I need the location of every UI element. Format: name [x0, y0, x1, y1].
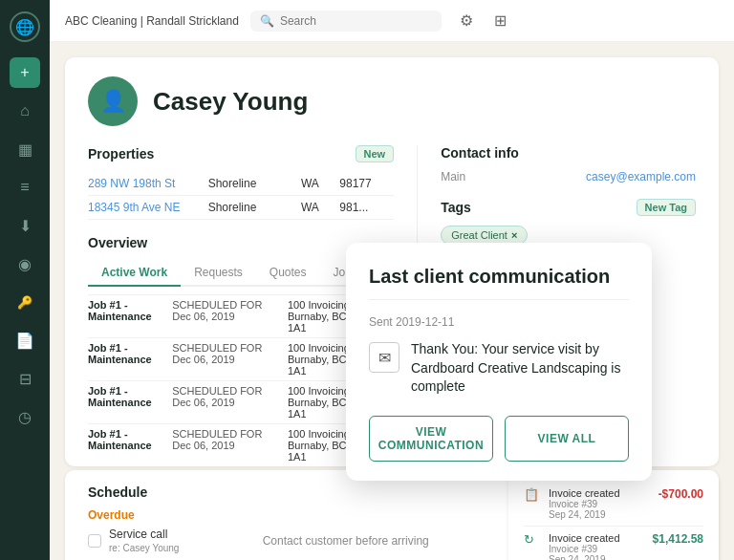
clock-icon: ◷ [18, 408, 32, 426]
property-address[interactable]: 18345 9th Ave NE [88, 201, 197, 214]
invoice-icon-2: ↻ [524, 532, 541, 549]
property-row: 289 NW 198th St Shoreline WA 98177 [88, 172, 394, 196]
new-tag-button[interactable]: New Tag [637, 199, 696, 216]
invoice-sub-2: Invoice #39Sep 24, 2019 [549, 544, 645, 560]
topbar-brand: ABC Cleaning | Randall Strickland [65, 14, 239, 28]
tag-chip: Great Client × [441, 226, 528, 245]
sidebar-item-download[interactable]: ⬇ [10, 210, 40, 241]
properties-section: Properties New 289 NW 198th St Shoreline… [88, 145, 394, 220]
search-bar[interactable]: 🔍 [250, 11, 442, 32]
search-input[interactable] [280, 14, 432, 28]
box-icon: ⊟ [19, 370, 32, 388]
property-city: Shoreline [208, 177, 290, 190]
popup-message: ✉ Thank You: Your service visit by Cardb… [369, 340, 629, 397]
properties-badge[interactable]: New [356, 145, 395, 162]
topbar: ABC Cleaning | Randall Strickland 🔍 ⚙ ⊞ [50, 0, 734, 42]
schedule-checkbox[interactable] [88, 534, 101, 548]
contact-info-label: Contact info [441, 145, 519, 161]
property-state: WA [301, 177, 328, 190]
popup-title: Last client communication [369, 266, 629, 288]
invoice-label-2: Invoice created [549, 532, 645, 544]
key-icon: 🔑 [17, 295, 32, 310]
person-icon: 👤 [100, 89, 126, 114]
sidebar-item-box[interactable]: ⊟ [10, 363, 40, 394]
contact-info-section: Contact info Main casey@example.com [441, 145, 696, 183]
grid-button[interactable]: ⊞ [487, 8, 514, 34]
email-icon: ✉ [369, 342, 399, 373]
popup-sent-date: Sent 2019-12-11 [369, 315, 629, 329]
property-address[interactable]: 289 NW 198th St [88, 177, 197, 190]
invoice-amount-1: -$700.00 [658, 487, 703, 501]
tags-header: Tags New Tag [441, 199, 696, 216]
sidebar-item-clock[interactable]: ◷ [10, 401, 40, 432]
list-icon: ≡ [20, 179, 29, 196]
sidebar-item-key[interactable]: 🔑 [10, 287, 40, 317]
popup-buttons: VIEW COMMUNICATION VIEW ALL [369, 416, 629, 462]
download-icon: ⬇ [19, 217, 32, 235]
sidebar-item-home[interactable]: ⌂ [10, 96, 40, 126]
invoice-row-2: ↻ Invoice created Invoice #39Sep 24, 201… [524, 527, 703, 560]
sidebar-item-doc[interactable]: 📄 [10, 325, 40, 355]
invoice-icon-1: 📋 [524, 487, 541, 505]
calendar-icon: ▦ [18, 140, 32, 159]
tag-remove-button[interactable]: × [511, 229, 517, 241]
property-city: Shoreline [208, 201, 290, 214]
overview-label: Overview [88, 235, 147, 250]
topbar-actions: ⚙ ⊞ [453, 8, 514, 34]
sidebar-item-search[interactable]: ◉ [10, 248, 40, 279]
search-icon: 🔍 [260, 14, 274, 28]
popup-divider [369, 299, 629, 300]
property-state: WA [301, 201, 328, 214]
invoice-label-1: Invoice created [549, 487, 651, 499]
grid-icon: ⊞ [494, 11, 507, 30]
doc-icon: 📄 [15, 332, 34, 350]
view-communication-button[interactable]: VIEW COMMUNICATION [369, 416, 493, 462]
avatar: 👤 [88, 76, 138, 126]
tags-section: Tags New Tag Great Client × [441, 199, 696, 245]
properties-header: Properties New [88, 145, 394, 162]
communication-popup: Last client communication Sent 2019-12-1… [346, 243, 652, 481]
contact-main-label: Main [441, 170, 465, 183]
sidebar-logo[interactable]: 🌐 [10, 11, 40, 42]
schedule-job: Service callre: Casey Young [109, 528, 255, 554]
sidebar-item-list[interactable]: ≡ [10, 172, 40, 203]
add-icon: + [20, 64, 29, 81]
invoice-panel: 📋 Invoice created Invoice #39Sep 24, 201… [508, 470, 719, 560]
invoice-info-2: Invoice created Invoice #39Sep 24, 2019 [549, 532, 645, 560]
popup-message-text: Thank You: Your service visit by Cardboa… [411, 340, 629, 397]
home-icon: ⌂ [20, 102, 30, 119]
tag-label: Great Client [451, 229, 507, 241]
sidebar: 🌐 + ⌂ ▦ ≡ ⬇ ◉ 🔑 📄 ⊟ ◷ [0, 0, 50, 560]
schedule-note: Contact customer before arriving [263, 534, 506, 548]
client-header: 👤 Casey Young [88, 76, 696, 126]
settings-icon: ⚙ [460, 11, 473, 30]
sidebar-item-calendar[interactable]: ▦ [10, 134, 40, 164]
property-zip: 98177 [339, 177, 394, 190]
tab-active-work[interactable]: Active Work [88, 260, 181, 287]
invoice-sub-1: Invoice #39Sep 24, 2019 [549, 499, 651, 520]
sidebar-item-add[interactable]: + [10, 57, 40, 88]
property-row: 18345 9th Ave NE Shoreline WA 981... [88, 196, 394, 220]
client-name: Casey Young [153, 87, 308, 117]
settings-button[interactable]: ⚙ [453, 8, 480, 34]
tab-requests[interactable]: Requests [181, 260, 256, 287]
invoice-amount-2: $1,412.58 [653, 532, 703, 546]
properties-title: Properties [88, 146, 154, 162]
contact-main-row: Main casey@example.com [441, 170, 696, 183]
search-circle-icon: ◉ [18, 255, 32, 273]
view-all-button[interactable]: VIEW ALL [505, 416, 629, 462]
contact-email[interactable]: casey@example.com [586, 170, 696, 183]
main-content: 👤 Casey Young Properties New 289 NW 198t… [50, 42, 734, 560]
schedule-title: Schedule [88, 485, 147, 500]
contact-info-title: Contact info [441, 145, 696, 161]
property-zip: 981... [339, 201, 394, 214]
invoice-row: 📋 Invoice created Invoice #39Sep 24, 201… [524, 482, 703, 527]
invoice-info-1: Invoice created Invoice #39Sep 24, 2019 [549, 487, 651, 520]
tags-title: Tags [441, 200, 471, 215]
tab-quotes[interactable]: Quotes [256, 260, 320, 287]
globe-icon: 🌐 [15, 18, 34, 36]
